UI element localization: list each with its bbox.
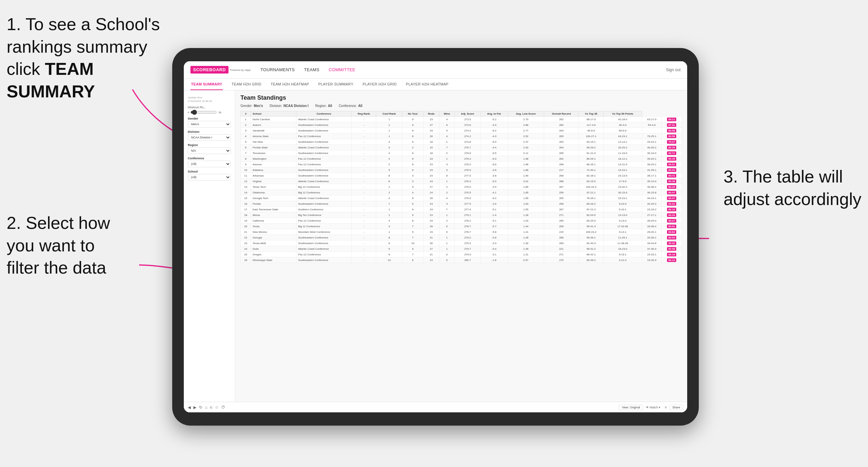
table-cell: Georgia Tech xyxy=(251,195,296,201)
table-cell: Virginia xyxy=(251,179,296,184)
tab-player-h2h-grid[interactable]: PLAYER H2H GRID xyxy=(362,79,397,90)
table-cell: 1.85 xyxy=(508,184,544,190)
conference-select[interactable]: (All) xyxy=(188,161,231,167)
tab-team-summary[interactable]: TEAM SUMMARY xyxy=(190,79,223,90)
table-cell: 2.77 xyxy=(508,128,544,133)
table-cell: 267 xyxy=(544,184,579,190)
nav-teams[interactable]: TEAMS xyxy=(304,67,319,72)
table-cell: Southeastern Conference xyxy=(297,201,352,207)
tab-player-summary[interactable]: PLAYER SUMMARY xyxy=(318,79,354,90)
table-cell: 276.0 xyxy=(455,184,480,190)
table-cell: 80.47 xyxy=(662,195,682,201)
table-cell: Pac-12 Conference xyxy=(297,252,352,257)
share-small-icon[interactable]: ⎋ xyxy=(210,405,212,410)
table-cell: 20 xyxy=(241,224,251,229)
table-cell: Southeastern Conference xyxy=(297,257,352,263)
logo-sub: Powered by clippi xyxy=(230,68,251,71)
share-btn[interactable]: Share xyxy=(669,405,683,410)
table-cell: 80.58 xyxy=(662,128,682,133)
table-cell: 80.91 xyxy=(662,224,682,229)
table-cell: 86-26-1 xyxy=(579,162,604,167)
table-cell: Arkansas xyxy=(251,173,296,179)
table-cell: - xyxy=(352,190,376,195)
table-cell: 40-38-2 xyxy=(642,184,662,190)
nav-committee[interactable]: COMMITTEE xyxy=(329,67,355,72)
table-cell: 1.98 xyxy=(508,156,544,162)
clock-icon[interactable]: ⏱ xyxy=(221,405,225,410)
table-cell: 3 xyxy=(376,224,402,229)
table-cell: East Tennessee State xyxy=(251,207,296,212)
sign-out[interactable]: Sign out xyxy=(666,68,681,72)
table-cell: 271 xyxy=(544,212,579,218)
division-select[interactable]: NCAA Division I xyxy=(188,134,231,141)
table-cell: - xyxy=(352,128,376,133)
table-cell: 3 xyxy=(439,167,455,173)
instruction-2-line2: you want to xyxy=(7,236,95,255)
table-cell: -6.2 xyxy=(480,195,508,201)
table-cell: - xyxy=(352,212,376,218)
table-cell: 18 xyxy=(423,150,439,156)
table-cell: 80.42 xyxy=(662,241,682,246)
table-cell: 80.39 xyxy=(662,145,682,150)
back-icon[interactable]: ◀ xyxy=(188,405,191,410)
table-cell: 19 xyxy=(241,218,251,224)
min-rows-slider[interactable] xyxy=(190,110,217,115)
region-select[interactable]: N/A xyxy=(188,147,231,154)
table-cell: -5.0 xyxy=(480,139,508,145)
table-row: 7TennesseeSoutheastern Conference-461822… xyxy=(241,150,682,156)
table-cell: 288 xyxy=(544,179,579,184)
table-cell: 92-40-3 xyxy=(579,241,604,246)
table-cell: 86-25-1 xyxy=(579,156,604,162)
table-cell: 1.21 xyxy=(508,252,544,257)
table-cell: 59-41-4 xyxy=(579,224,604,229)
table-cell: 3.01 xyxy=(508,179,544,184)
table-cell: 23 xyxy=(423,257,439,263)
bookmark-icon[interactable]: ☆ xyxy=(215,405,219,410)
table-cell: 9-14-0 xyxy=(603,218,642,224)
table-cell: 28-25-0 xyxy=(642,218,662,224)
gender-select[interactable]: Men's xyxy=(188,121,231,127)
forward-icon[interactable]: ▶ xyxy=(193,405,196,410)
table-cell: 3 xyxy=(402,173,424,179)
table-cell: Illinois xyxy=(251,212,296,218)
table-cell: Big 12 Conference xyxy=(297,184,352,190)
table-cell: 270 xyxy=(544,257,579,263)
table-cell: Atlantic Coast Conference xyxy=(297,145,352,150)
table-cell: 1.90 xyxy=(508,173,544,179)
table-cell: 7 xyxy=(402,235,424,241)
home-icon[interactable]: ⌂ xyxy=(205,405,207,410)
table-cell: 26 xyxy=(423,133,439,139)
table-row: 26Mississippi StateSoutheastern Conferen… xyxy=(241,257,682,263)
watch-btn[interactable]: 👁 Watch ▾ xyxy=(646,406,660,409)
reload-icon[interactable]: ↻ xyxy=(199,405,203,410)
table-cell: 43-23-1 xyxy=(603,133,642,139)
table-cell: - xyxy=(352,173,376,179)
table-cell: 83-15-0 xyxy=(579,179,604,184)
table-cell: 8 xyxy=(402,156,424,162)
nav-tournaments[interactable]: TOURNAMENTS xyxy=(260,67,295,72)
table-cell: 1.55 xyxy=(508,207,544,212)
tab-team-h2h-heatmap[interactable]: TEAM H2H HEATMAP xyxy=(270,79,310,90)
table-cell: 97-21-1 xyxy=(579,190,604,195)
table-cell: Arizona State xyxy=(251,133,296,139)
col-overall: Overall Record xyxy=(544,111,579,117)
table-cell: 23 xyxy=(423,167,439,173)
table-cell: 76-26-1 xyxy=(579,195,604,201)
table-cell: 4 xyxy=(439,201,455,207)
table-cell: 9 xyxy=(402,122,424,128)
table-cell: Atlantic Coast Conference xyxy=(297,195,352,201)
table-cell: 33-25-2 xyxy=(603,145,642,150)
table-cell: Atlantic Coast Conference xyxy=(297,246,352,252)
table-cell: - xyxy=(352,156,376,162)
table-cell: -4.0 xyxy=(480,133,508,139)
table-row: 21New MexicoMountain West Conference-192… xyxy=(241,229,682,235)
table-cell: 267 xyxy=(544,207,579,212)
instruction-3-line1: 3. The table will xyxy=(723,167,843,186)
table-cell: -0.4 xyxy=(480,246,508,252)
table-cell: 18 xyxy=(241,212,251,218)
copy-icon[interactable]: ⎘ xyxy=(665,406,666,409)
tab-team-h2h-grid[interactable]: TEAM H2H GRID xyxy=(231,79,262,90)
school-select[interactable]: (All) xyxy=(188,174,231,181)
tab-player-h2h-heatmap[interactable]: PLAYER H2H HEATMAP xyxy=(405,79,449,90)
view-original-btn[interactable]: View: Original xyxy=(619,405,643,410)
